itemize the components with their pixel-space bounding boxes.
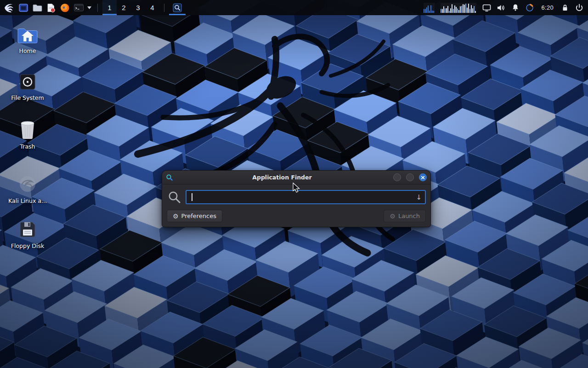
workspace-4-button[interactable]: 4 <box>145 0 159 15</box>
clock[interactable]: 6:20 <box>540 4 555 11</box>
app-window-icon <box>18 3 28 13</box>
workspace-2-button[interactable]: 2 <box>117 0 131 15</box>
trash-icon <box>17 120 38 140</box>
folder-icon <box>32 2 43 13</box>
minimize-button[interactable] <box>393 173 401 181</box>
logout-button[interactable] <box>575 4 583 12</box>
desktop-icon-label: Floppy Disk <box>11 242 44 249</box>
network-graph[interactable] <box>441 3 476 13</box>
preferences-button[interactable]: ⚙ Preferences <box>167 210 222 222</box>
floppy-disk-icon <box>18 220 37 239</box>
panel-right-cluster: 6:20 <box>424 3 585 13</box>
gear-icon: ⚙ <box>173 213 179 219</box>
search-input[interactable] <box>186 190 426 204</box>
search-icon <box>173 3 182 12</box>
speaker-icon <box>497 4 505 12</box>
power-icon <box>575 4 583 12</box>
action-row: ⚙ Preferences ⚙ Launch <box>162 206 430 227</box>
bell-icon <box>511 4 520 12</box>
launcher-file-manager-button[interactable] <box>30 0 44 15</box>
maximize-button[interactable] <box>406 173 414 181</box>
home-icon <box>17 26 39 44</box>
desktop-icon-label: Kali Linux a... <box>8 197 47 204</box>
volume-button[interactable] <box>497 4 505 12</box>
kali-docs-icon <box>17 174 38 194</box>
desktop-icon-label: Home <box>19 47 36 54</box>
desktop-icon-trash[interactable]: Trash <box>6 120 50 150</box>
applications-menu-button[interactable] <box>3 0 17 15</box>
launch-button[interactable]: ⚙ Launch <box>384 210 426 222</box>
launcher-text-editor-button[interactable] <box>44 0 58 15</box>
search-icon <box>168 190 181 204</box>
workspace-1-button[interactable]: 1 <box>102 0 117 15</box>
status-circle-icon <box>526 4 534 12</box>
terminal-dropdown-button[interactable] <box>85 0 93 15</box>
system-status-button[interactable] <box>526 4 534 12</box>
window-title: Application Finder <box>176 174 388 181</box>
application-finder-icon <box>166 174 173 181</box>
desktop-icon-label: File System <box>11 94 44 101</box>
red-badge-icon <box>51 8 55 12</box>
desktop-icon-kali-docs[interactable]: Kali Linux a... <box>6 174 50 204</box>
chevron-down-icon <box>87 6 91 9</box>
launcher-firefox-button[interactable] <box>58 0 72 15</box>
panel-separator <box>97 4 98 12</box>
close-icon: × <box>420 174 425 180</box>
workspace-switcher: 1 2 3 4 <box>102 0 159 15</box>
close-button[interactable]: × <box>419 173 427 181</box>
launcher-window-button[interactable] <box>17 0 30 15</box>
display-icon <box>482 4 491 12</box>
drive-icon <box>18 73 37 91</box>
notifications-button[interactable] <box>511 4 520 12</box>
desktop-icon-file-system[interactable]: File System <box>6 73 50 101</box>
preferences-label: Preferences <box>181 213 216 219</box>
lock-icon <box>561 4 569 12</box>
dropdown-arrow-icon[interactable]: ↓ <box>416 193 422 201</box>
search-input-wrap: ↓ <box>186 190 426 204</box>
desktop-icon-home[interactable]: Home <box>6 26 50 54</box>
panel-separator <box>164 4 164 12</box>
lock-screen-button[interactable] <box>561 4 569 12</box>
window-titlebar[interactable]: Application Finder × <box>162 171 430 184</box>
kali-logo-icon <box>4 2 16 14</box>
display-settings-button[interactable] <box>482 4 491 12</box>
application-finder-window: Application Finder × ↓ ⚙ Preferences ⚙ L… <box>162 170 431 227</box>
firefox-icon <box>60 3 70 13</box>
top-panel: 1 2 3 4 <box>0 0 588 15</box>
terminal-icon <box>74 3 84 12</box>
launcher-terminal-button[interactable] <box>72 0 85 15</box>
launch-icon: ⚙ <box>390 213 396 219</box>
taskbar-application-finder-button[interactable] <box>169 0 186 15</box>
cpu-graph[interactable] <box>424 3 435 13</box>
text-caret <box>192 193 192 201</box>
desktop-icon-floppy-disk[interactable]: Floppy Disk <box>6 220 50 249</box>
document-icon <box>46 3 56 13</box>
workspace-3-button[interactable]: 3 <box>131 0 145 15</box>
search-row: ↓ <box>162 184 430 206</box>
launch-label: Launch <box>398 213 420 219</box>
desktop-icon-label: Trash <box>20 143 35 150</box>
